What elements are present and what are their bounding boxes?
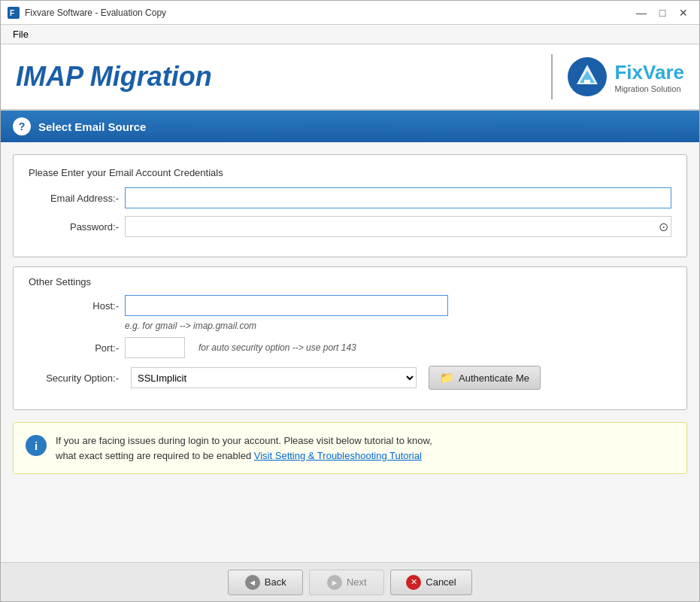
logo-vare: Vare	[643, 61, 684, 84]
next-button[interactable]: ► Next	[309, 570, 384, 595]
security-select[interactable]: SSLImplicit SSLExplicit None	[131, 367, 417, 388]
logo-tagline: Migration Solution	[614, 84, 684, 93]
port-input[interactable]: 993	[125, 337, 185, 358]
settings-title: Other Settings	[29, 276, 671, 287]
app-icon: F	[7, 6, 20, 20]
logo-brand: FixVare	[614, 61, 684, 84]
section-help-icon: ?	[13, 117, 31, 135]
logo-icon	[568, 57, 607, 96]
window-title: Fixvare Software - Evaluation Copy	[25, 8, 632, 18]
email-input[interactable]	[125, 187, 671, 208]
back-button[interactable]: ◄ Back	[228, 570, 303, 595]
host-input[interactable]	[125, 295, 448, 316]
section-title: Select Email Source	[38, 120, 146, 133]
maximize-button[interactable]: □	[653, 3, 672, 23]
credentials-box: Please Enter your Email Account Credenti…	[13, 154, 687, 257]
authenticate-button[interactable]: 📁 Authenticate Me	[429, 366, 541, 390]
host-row: Host:-	[29, 295, 671, 316]
main-window: F Fixvare Software - Evaluation Copy — □…	[0, 0, 700, 602]
header-divider	[551, 54, 553, 99]
svg-rect-5	[584, 80, 590, 84]
info-text: If you are facing issues during login to…	[56, 433, 432, 463]
security-label: Security Option:-	[29, 372, 119, 384]
password-row: Password:- ⊙	[29, 216, 671, 237]
security-row: Security Option:- SSLImplicit SSLExplici…	[29, 366, 671, 390]
back-label: Back	[265, 576, 286, 588]
credentials-box-title: Please Enter your Email Account Credenti…	[29, 167, 671, 178]
next-icon: ►	[327, 575, 342, 590]
window-controls: — □ ✕	[632, 3, 693, 23]
troubleshoot-link[interactable]: Visit Setting & Troubleshooting Tutorial	[254, 450, 422, 461]
info-box: i If you are facing issues during login …	[13, 422, 687, 474]
logo-fix: Fix	[614, 61, 643, 84]
password-wrapper: ⊙	[125, 216, 671, 237]
menu-file[interactable]: File	[7, 27, 35, 41]
show-password-icon[interactable]: ⊙	[659, 220, 668, 234]
menu-bar: File	[1, 25, 699, 44]
info-line1: If you are facing issues during login to…	[56, 435, 432, 446]
password-label: Password:-	[29, 221, 119, 233]
port-row: Port:- 993 for auto security option --> …	[29, 337, 671, 358]
back-icon: ◄	[245, 575, 260, 590]
email-label: Email Address:-	[29, 193, 119, 204]
app-title: IMAP Migration	[16, 61, 536, 93]
info-icon: i	[26, 435, 47, 456]
minimize-button[interactable]: —	[632, 3, 651, 23]
main-content: Please Enter your Email Account Credenti…	[1, 142, 699, 562]
authenticate-btn-label: Authenticate Me	[459, 372, 529, 384]
bottom-bar: ◄ Back ► Next ✕ Cancel	[1, 562, 699, 601]
info-line2: what exact setting are required to be en…	[56, 450, 251, 461]
close-button[interactable]: ✕	[674, 3, 693, 23]
svg-text:F: F	[10, 9, 14, 17]
folder-icon: 📁	[440, 371, 454, 385]
port-label: Port:-	[29, 342, 119, 354]
next-label: Next	[347, 576, 367, 588]
title-bar: F Fixvare Software - Evaluation Copy — □…	[1, 1, 699, 25]
email-row: Email Address:-	[29, 187, 671, 208]
cancel-label: Cancel	[426, 576, 456, 588]
port-hint: for auto security option --> use port 14…	[198, 342, 356, 353]
logo-text: FixVare Migration Solution	[614, 61, 684, 93]
other-settings-box: Other Settings Host:- e.g. for gmail -->…	[13, 266, 687, 410]
host-hint: e.g. for gmail --> imap.gmail.com	[125, 321, 671, 331]
cancel-button[interactable]: ✕ Cancel	[390, 570, 471, 595]
header-logo: FixVare Migration Solution	[568, 57, 684, 96]
host-label: Host:-	[29, 300, 119, 312]
app-header: IMAP Migration FixVare Migration Solutio…	[1, 44, 699, 111]
cancel-icon: ✕	[406, 575, 421, 590]
section-header: ? Select Email Source	[1, 111, 699, 142]
password-input[interactable]	[125, 216, 671, 237]
